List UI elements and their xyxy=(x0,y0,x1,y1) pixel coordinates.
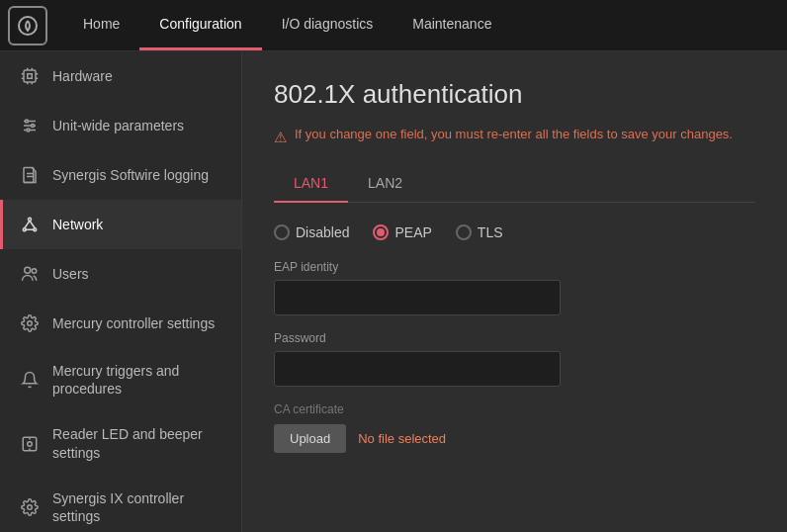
radio-disabled[interactable]: Disabled xyxy=(274,224,349,240)
svg-point-14 xyxy=(26,120,29,123)
eap-identity-group: EAP identity xyxy=(274,260,755,315)
sidebar-item-synergis-logging[interactable]: Synergis Softwire logging xyxy=(0,150,241,200)
sidebar: Hardware Unit-wide parameters xyxy=(0,51,242,532)
radio-peap[interactable]: PEAP xyxy=(373,224,431,240)
svg-point-30 xyxy=(28,441,33,446)
users-icon xyxy=(19,263,41,285)
reader-icon xyxy=(19,433,41,455)
sidebar-label-users: Users xyxy=(52,265,89,283)
eap-identity-label: EAP identity xyxy=(274,260,755,274)
svg-point-26 xyxy=(25,267,31,273)
radio-tls-circle xyxy=(456,224,472,240)
nav-items: Home Configuration I/O diagnostics Maint… xyxy=(63,0,511,50)
nav-home[interactable]: Home xyxy=(63,0,139,50)
sidebar-item-mercury-triggers[interactable]: Mercury triggers and procedures xyxy=(0,348,241,411)
page-title: 802.1X authentication xyxy=(274,79,755,110)
sidebar-item-network[interactable]: Network xyxy=(0,200,241,249)
eap-identity-input[interactable] xyxy=(274,280,561,315)
nav-configuration[interactable]: Configuration xyxy=(139,0,261,50)
radio-group: Disabled PEAP TLS xyxy=(274,224,755,240)
warning-banner: ⚠ If you change one field, you must re-e… xyxy=(274,126,755,147)
svg-point-28 xyxy=(28,321,33,326)
svg-line-23 xyxy=(25,221,30,228)
ca-certificate-label: CA certificate xyxy=(274,402,755,416)
sidebar-item-unit-wide[interactable]: Unit-wide parameters xyxy=(0,101,241,150)
sidebar-label-synergis-ix: Synergis IX controller settings xyxy=(52,489,225,525)
sidebar-item-users[interactable]: Users xyxy=(0,249,241,299)
password-label: Password xyxy=(274,331,755,345)
svg-point-16 xyxy=(27,129,30,132)
upload-row: Upload No file selected xyxy=(274,424,755,453)
app-logo xyxy=(8,6,47,45)
sidebar-label-mercury-triggers: Mercury triggers and procedures xyxy=(52,362,225,398)
ca-certificate-section: CA certificate Upload No file selected xyxy=(274,402,755,453)
upload-button[interactable]: Upload xyxy=(274,424,346,453)
cpu-icon xyxy=(19,65,41,87)
network-icon xyxy=(19,214,41,235)
svg-rect-2 xyxy=(28,74,33,79)
svg-point-33 xyxy=(28,505,33,510)
svg-line-24 xyxy=(30,221,35,228)
warning-icon: ⚠ xyxy=(274,127,287,147)
sidebar-label-reader-led: Reader LED and beeper settings xyxy=(52,425,225,461)
gear2-icon xyxy=(19,496,41,518)
layout: Hardware Unit-wide parameters xyxy=(0,51,787,532)
sidebar-label-unit-wide: Unit-wide parameters xyxy=(52,117,184,134)
radio-tls-label: TLS xyxy=(478,224,503,240)
sidebar-label-network: Network xyxy=(52,216,103,233)
svg-point-20 xyxy=(29,218,32,221)
svg-point-27 xyxy=(32,269,37,274)
sidebar-item-reader-led[interactable]: Reader LED and beeper settings xyxy=(0,411,241,475)
sidebar-item-synergis-ix[interactable]: Synergis IX controller settings xyxy=(0,476,241,532)
tab-lan1[interactable]: LAN1 xyxy=(274,167,348,203)
radio-peap-circle xyxy=(373,224,389,240)
radio-disabled-label: Disabled xyxy=(296,224,349,240)
doc-icon xyxy=(19,164,41,186)
tab-lan2[interactable]: LAN2 xyxy=(348,167,422,203)
main-content: 802.1X authentication ⚠ If you change on… xyxy=(242,51,787,532)
nav-io-diagnostics[interactable]: I/O diagnostics xyxy=(262,0,394,50)
password-input[interactable] xyxy=(274,351,561,387)
radio-disabled-circle xyxy=(274,224,290,240)
warning-text: If you change one field, you must re-ent… xyxy=(295,126,733,143)
password-group: Password xyxy=(274,331,755,387)
radio-peap-label: PEAP xyxy=(394,224,431,240)
nav-maintenance[interactable]: Maintenance xyxy=(393,0,511,50)
sidebar-item-hardware[interactable]: Hardware xyxy=(0,51,241,101)
sliders-icon xyxy=(19,115,41,136)
bell-icon xyxy=(19,369,41,391)
svg-point-15 xyxy=(32,125,35,128)
gear-icon xyxy=(19,312,41,334)
svg-rect-17 xyxy=(24,168,34,183)
sidebar-item-mercury-controller[interactable]: Mercury controller settings xyxy=(0,299,241,348)
sidebar-label-hardware: Hardware xyxy=(52,67,113,85)
top-nav: Home Configuration I/O diagnostics Maint… xyxy=(0,0,787,51)
sidebar-label-mercury-controller: Mercury controller settings xyxy=(52,314,215,332)
no-file-text: No file selected xyxy=(358,431,446,446)
sidebar-label-synergis-logging: Synergis Softwire logging xyxy=(52,166,209,184)
tabs: LAN1 LAN2 xyxy=(274,167,755,203)
svg-rect-1 xyxy=(24,70,36,82)
radio-tls[interactable]: TLS xyxy=(456,224,503,240)
